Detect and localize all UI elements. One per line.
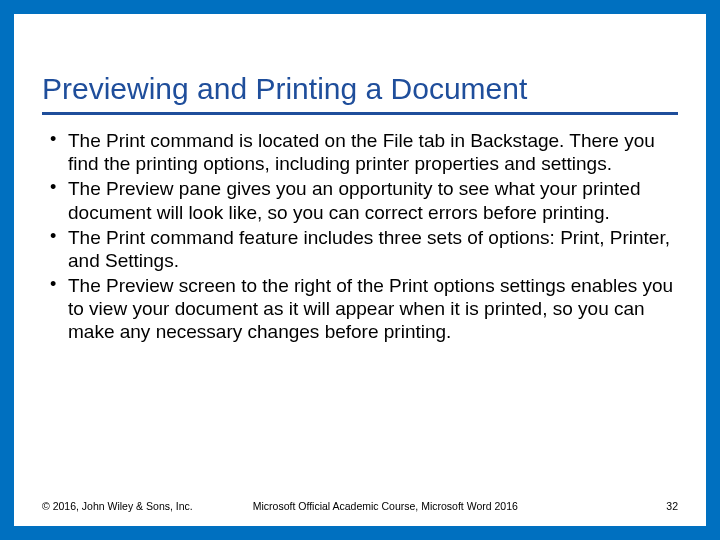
list-item: The Print command feature includes three… <box>42 226 678 272</box>
slide-title: Previewing and Printing a Document <box>42 72 678 115</box>
bullet-list: The Print command is located on the File… <box>42 129 678 344</box>
footer: © 2016, John Wiley & Sons, Inc. Microsof… <box>42 500 678 512</box>
list-item: The Preview pane gives you an opportunit… <box>42 177 678 223</box>
copyright-text: © 2016, John Wiley & Sons, Inc. <box>42 500 193 512</box>
slide: Previewing and Printing a Document The P… <box>14 14 706 526</box>
course-text: Microsoft Official Academic Course, Micr… <box>193 500 667 512</box>
page-number: 32 <box>666 500 678 512</box>
list-item: The Preview screen to the right of the P… <box>42 274 678 344</box>
list-item: The Print command is located on the File… <box>42 129 678 175</box>
